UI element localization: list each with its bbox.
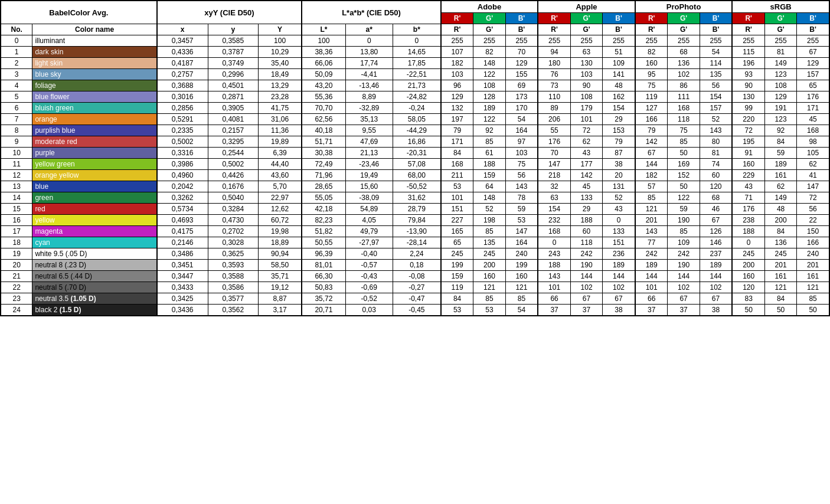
- row-y: 0,4501: [208, 80, 258, 91]
- row-apple-g: 62: [570, 136, 602, 148]
- row-a: -0,57: [345, 260, 393, 271]
- row-apple-g: 29: [570, 204, 602, 215]
- row-srgb-g: 200: [765, 215, 797, 226]
- row-prophoto-r: 66: [635, 293, 668, 305]
- row-b: -0,27: [393, 282, 440, 293]
- row-prophoto-b: 80: [700, 136, 732, 148]
- row-prophoto-r: 182: [635, 170, 668, 181]
- row-x: 0,4693: [157, 215, 208, 226]
- row-apple-g: 179: [570, 103, 602, 114]
- row-no: 4: [1, 80, 32, 91]
- row-Y: 44,40: [258, 159, 302, 170]
- table-row: 19white 9.5 (.05 D)0,34860,362590,9496,3…: [1, 248, 829, 260]
- row-srgb-g: 84: [765, 293, 797, 305]
- ppR-header: R': [635, 24, 668, 35]
- row-apple-r: 232: [538, 215, 570, 226]
- color-data-table: BabelColor Avg. xyY (CIE D50) L*a*b* (CI…: [0, 0, 830, 316]
- row-apple-r: 188: [538, 260, 570, 271]
- main-container: BabelColor Avg. xyY (CIE D50) L*a*b* (CI…: [0, 0, 830, 316]
- row-srgb-r: 0: [732, 237, 764, 248]
- row-srgb-b: 147: [797, 181, 829, 192]
- row-x: 0,4175: [157, 226, 208, 237]
- row-y: 0,2544: [208, 148, 258, 159]
- row-apple-b: 151: [603, 237, 635, 248]
- L-header: L*: [302, 24, 345, 35]
- row-y: 0,1676: [208, 181, 258, 192]
- row-adobe-r: 101: [441, 192, 473, 204]
- row-Y: 10,29: [258, 47, 302, 58]
- row-adobe-g: 160: [473, 271, 505, 282]
- row-L: 55,36: [302, 91, 345, 103]
- row-adobe-r: 53: [441, 305, 473, 316]
- row-adobe-g: 128: [473, 91, 505, 103]
- row-x: 0,3447: [157, 271, 208, 282]
- adobe-r-header: R': [441, 13, 473, 24]
- row-prophoto-g: 102: [668, 282, 700, 293]
- row-a: -0,43: [345, 271, 393, 282]
- row-srgb-r: 245: [732, 248, 764, 260]
- row-srgb-r: 90: [732, 80, 764, 91]
- row-adobe-r: 197: [441, 114, 473, 125]
- row-prophoto-r: 101: [635, 282, 668, 293]
- row-y: 0,2996: [208, 69, 258, 80]
- a-header: a*: [345, 24, 393, 35]
- row-adobe-g: 82: [473, 47, 505, 58]
- row-adobe-g: 200: [473, 260, 505, 271]
- row-prophoto-b: 144: [700, 271, 732, 282]
- row-y: 0,3028: [208, 237, 258, 248]
- row-srgb-g: 62: [765, 181, 797, 192]
- table-row: 21neutral 6.5 (.44 D)0,34470,358835,7166…: [1, 271, 829, 282]
- sB-header: B': [797, 24, 829, 35]
- row-apple-r: 55: [538, 125, 570, 136]
- row-prophoto-b: 157: [700, 103, 732, 114]
- row-apple-b: 255: [603, 35, 635, 47]
- row-x: 0,2042: [157, 181, 208, 192]
- row-adobe-r: 119: [441, 282, 473, 293]
- row-srgb-g: 129: [765, 91, 797, 103]
- row-no: 18: [1, 237, 32, 248]
- row-a: 47,69: [345, 136, 393, 148]
- row-Y: 35,40: [258, 58, 302, 69]
- row-prophoto-g: 50: [668, 181, 700, 192]
- row-prophoto-b: 154: [700, 91, 732, 103]
- row-Y: 31,06: [258, 114, 302, 125]
- row-apple-b: 29: [603, 114, 635, 125]
- ppB-header: B': [700, 24, 732, 35]
- row-prophoto-r: 95: [635, 69, 668, 80]
- row-x: 0,3436: [157, 305, 208, 316]
- row-x: 0,2146: [157, 237, 208, 248]
- row-x: 0,3486: [157, 248, 208, 260]
- row-prophoto-b: 81: [700, 148, 732, 159]
- row-apple-g: 130: [570, 58, 602, 69]
- row-adobe-b: 170: [505, 103, 538, 114]
- row-no: 11: [1, 159, 32, 170]
- row-apple-r: 70: [538, 148, 570, 159]
- row-color-name: green: [32, 192, 157, 204]
- srgb-b-header: B': [797, 13, 829, 24]
- row-prophoto-g: 67: [668, 293, 700, 305]
- row-apple-g: 102: [570, 282, 602, 293]
- row-apple-r: 0: [538, 237, 570, 248]
- row-prophoto-g: 85: [668, 136, 700, 148]
- row-apple-g: 108: [570, 91, 602, 103]
- row-apple-b: 133: [603, 226, 635, 237]
- row-L: 66,30: [302, 271, 345, 282]
- row-adobe-r: 84: [441, 293, 473, 305]
- row-no: 22: [1, 282, 32, 293]
- row-x: 0,3688: [157, 80, 208, 91]
- row-color-name: neutral 3.5 (1.05 D): [32, 293, 157, 305]
- row-adobe-g: 245: [473, 248, 505, 260]
- row-srgb-r: 99: [732, 103, 764, 114]
- row-srgb-r: 120: [732, 282, 764, 293]
- row-adobe-b: 199: [505, 260, 538, 271]
- row-srgb-g: 161: [765, 271, 797, 282]
- row-srgb-g: 161: [765, 170, 797, 181]
- row-srgb-b: 161: [797, 271, 829, 282]
- row-a: 21,13: [345, 148, 393, 159]
- row-y: 0,3787: [208, 47, 258, 58]
- row-srgb-r: 220: [732, 114, 764, 125]
- row-b: 58,05: [393, 114, 440, 125]
- row-no: 8: [1, 125, 32, 136]
- table-row: 2light skin0,41870,374935,4066,0617,7417…: [1, 58, 829, 69]
- table-row: 17magenta0,41750,270219,9851,8249,79-13,…: [1, 226, 829, 237]
